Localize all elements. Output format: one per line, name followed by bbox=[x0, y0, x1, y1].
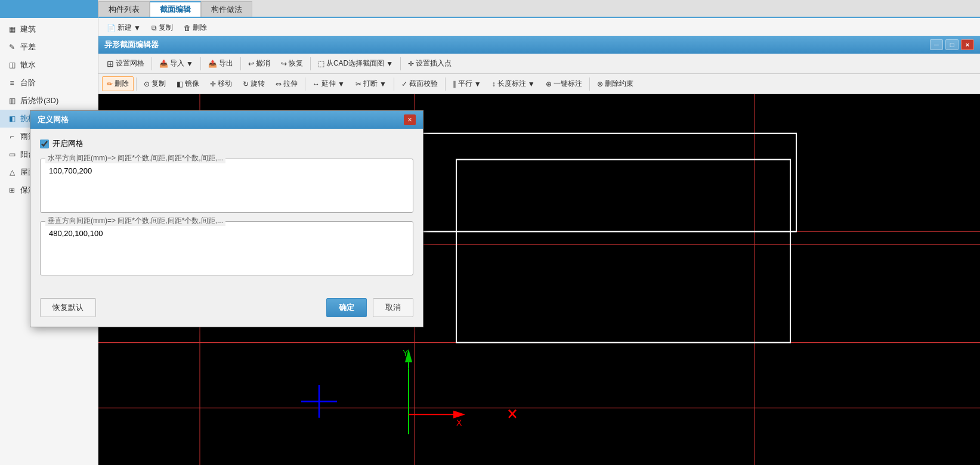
del-constraint-icon: ⊗ bbox=[597, 80, 603, 88]
vertical-spacing-legend: 垂直方向间距(mm)=> 间距*个数,间距,间距*个数,间距,... bbox=[45, 216, 225, 226]
tab-bar: 构件列表 截面编辑 构件做法 bbox=[98, 0, 980, 18]
define-grid-dialog: 定义网格 × 开启网格 水平方向间距(mm)=> 间距*个数,间距,间距*个数,… bbox=[30, 110, 423, 327]
dialog-title: 定义网格 bbox=[38, 114, 69, 125]
minimize-icon: ─ bbox=[934, 41, 939, 48]
sep2 bbox=[200, 57, 201, 70]
copy2-button[interactable]: ⊙ 复制 bbox=[139, 76, 171, 91]
insulation-icon: ⊞ bbox=[7, 185, 17, 195]
verify-icon: ✓ bbox=[401, 80, 407, 88]
set-grid-button[interactable]: ⊞ 设置网格 bbox=[102, 56, 149, 71]
copy2-icon: ⊙ bbox=[144, 80, 150, 88]
rotate-button[interactable]: ↻ 旋转 bbox=[238, 76, 270, 91]
building-icon: ▦ bbox=[7, 24, 17, 34]
import-button[interactable]: 📥 导入 ▼ bbox=[154, 56, 198, 71]
enable-grid-label[interactable]: 开启网格 bbox=[52, 138, 84, 149]
break-arrow-icon: ▼ bbox=[379, 80, 387, 88]
redo-icon: ↪ bbox=[281, 60, 287, 68]
scatter-icon: ◫ bbox=[7, 60, 17, 70]
vertical-spacing-input[interactable] bbox=[47, 227, 407, 268]
delete2-button[interactable]: ✏ 删除 bbox=[102, 76, 134, 91]
editor-title: 异形截面编辑器 bbox=[104, 39, 159, 50]
del-constraint-button[interactable]: ⊗ 删除约束 bbox=[592, 76, 638, 91]
undo-icon: ↩ bbox=[248, 60, 254, 68]
maximize-icon: □ bbox=[950, 41, 954, 48]
horizontal-spacing-group: 水平方向间距(mm)=> 间距*个数,间距,间距*个数,间距,... bbox=[40, 159, 413, 213]
eave-icon: ◧ bbox=[7, 114, 17, 123]
sep5 bbox=[400, 57, 401, 70]
sep6 bbox=[136, 78, 137, 91]
reset-default-button[interactable]: 恢复默认 bbox=[40, 298, 96, 317]
sep8 bbox=[394, 78, 394, 91]
move-icon: ✛ bbox=[210, 80, 216, 88]
stretch-button[interactable]: ⇔ 拉伸 bbox=[271, 76, 302, 91]
step-icon: ≡ bbox=[7, 78, 17, 88]
dialog-body: 开启网格 水平方向间距(mm)=> 间距*个数,间距,间距*个数,间距,... … bbox=[30, 129, 423, 293]
sep10 bbox=[589, 78, 590, 91]
sidebar-item-sanshui[interactable]: ◫ 散水 bbox=[0, 56, 98, 74]
sidebar-item-jianzhu[interactable]: ▦ 建筑 bbox=[0, 20, 98, 38]
sep7 bbox=[305, 78, 305, 91]
dialog-titlebar: 定义网格 × bbox=[30, 111, 423, 129]
import-icon: 📥 bbox=[159, 60, 168, 68]
main-toolbar: 📄 新建 ▼ ⧉ 复制 🗑 删除 bbox=[98, 18, 980, 38]
cad-select-button[interactable]: ⬚ 从CAD选择截面图 ▼ bbox=[313, 56, 398, 71]
sidebar-item-pingcha[interactable]: ✎ 平差 bbox=[0, 38, 98, 56]
maximize-button[interactable]: □ bbox=[945, 39, 959, 50]
undo-button[interactable]: ↩ 撤消 bbox=[243, 56, 275, 71]
set-insert-point-button[interactable]: ✛ 设置插入点 bbox=[403, 56, 456, 71]
horizontal-spacing-input[interactable] bbox=[47, 164, 407, 206]
canopy-icon: ⌐ bbox=[7, 132, 17, 141]
tab-component-method[interactable]: 构件做法 bbox=[201, 1, 252, 17]
extend-button[interactable]: ↔ 延伸 ▼ bbox=[308, 76, 350, 91]
export-icon: 📤 bbox=[208, 60, 217, 68]
mirror-button[interactable]: ◧ 镜像 bbox=[172, 76, 204, 91]
delete-button[interactable]: 🗑 删除 bbox=[179, 20, 212, 35]
export-button[interactable]: 📤 导出 bbox=[203, 56, 238, 71]
auto-dim-button[interactable]: ⊕ 一键标注 bbox=[541, 76, 587, 91]
adjust-icon: ✎ bbox=[7, 42, 17, 52]
move-button[interactable]: ✛ 移动 bbox=[205, 76, 237, 91]
tab-section-edit[interactable]: 截面编辑 bbox=[150, 1, 201, 17]
sidebar-item-taijie[interactable]: ≡ 台阶 bbox=[0, 74, 98, 92]
editor-titlebar: 异形截面编辑器 ─ □ × bbox=[98, 36, 980, 54]
horizontal-spacing-legend: 水平方向间距(mm)=> 间距*个数,间距,间距*个数,间距,... bbox=[45, 153, 225, 163]
cad-icon: ⬚ bbox=[318, 60, 324, 68]
cad-arrow-icon: ▼ bbox=[386, 60, 393, 68]
break-button[interactable]: ✂ 打断 ▼ bbox=[351, 76, 391, 91]
titlebar-controls: ─ □ × bbox=[930, 39, 974, 50]
balcony-icon: ▭ bbox=[7, 150, 17, 159]
roof-icon: △ bbox=[7, 168, 17, 177]
close-icon: × bbox=[966, 41, 969, 48]
dimension-icon: ↕ bbox=[492, 80, 496, 88]
close-button[interactable]: × bbox=[961, 39, 974, 50]
band-icon: ▥ bbox=[7, 96, 17, 106]
svg-rect-9 bbox=[456, 160, 790, 343]
redo-button[interactable]: ↪ 恢复 bbox=[276, 56, 308, 71]
copy-icon: ⧉ bbox=[152, 24, 157, 32]
sep3 bbox=[240, 57, 241, 70]
svg-text:X: X bbox=[456, 417, 462, 427]
insert-icon: ✛ bbox=[408, 60, 414, 68]
enable-grid-checkbox[interactable] bbox=[40, 140, 49, 148]
dimension-button[interactable]: ↕ 长度标注 ▼ bbox=[487, 76, 540, 91]
delete2-icon: ✏ bbox=[107, 80, 113, 88]
verify-button[interactable]: ✓ 截面校验 bbox=[397, 76, 443, 91]
tab-component-list[interactable]: 构件列表 bbox=[98, 1, 150, 17]
new-icon: 📄 bbox=[107, 24, 116, 32]
cancel-button[interactable]: 取消 bbox=[373, 298, 413, 317]
parallel-button[interactable]: ∥ 平行 ▼ bbox=[448, 76, 486, 91]
editor-toolbar2: ✏ 删除 ⊙ 复制 ◧ 镜像 ✛ 移动 ↻ 旋转 ⇔ 拉伸 ↔ 延伸 ▼ ✂ 打… bbox=[98, 74, 980, 94]
minimize-button[interactable]: ─ bbox=[930, 39, 943, 50]
copy-button[interactable]: ⧉ 复制 bbox=[147, 20, 178, 35]
dialog-close-button[interactable]: × bbox=[404, 114, 416, 125]
dimension-arrow-icon: ▼ bbox=[528, 80, 535, 88]
sidebar-item-houjiaodai[interactable]: ▥ 后浇带(3D) bbox=[0, 92, 98, 110]
import-arrow-icon: ▼ bbox=[186, 60, 193, 68]
break-icon: ✂ bbox=[355, 80, 361, 88]
sep4 bbox=[310, 57, 311, 70]
svg-text:Y: Y bbox=[403, 348, 409, 358]
new-button[interactable]: 📄 新建 ▼ bbox=[102, 20, 146, 35]
extend-arrow-icon: ▼ bbox=[338, 80, 345, 88]
ok-button[interactable]: 确定 bbox=[326, 298, 367, 317]
dialog-close-icon: × bbox=[407, 116, 412, 124]
